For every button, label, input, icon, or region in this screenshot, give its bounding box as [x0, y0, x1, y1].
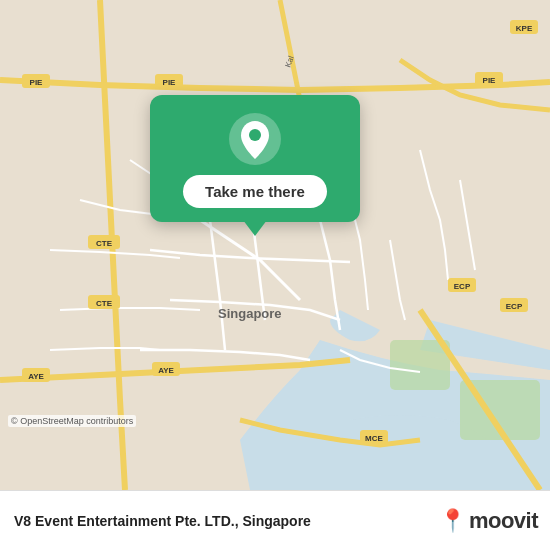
osm-credit: © OpenStreetMap contributors: [8, 415, 136, 427]
svg-text:MCE: MCE: [365, 434, 383, 443]
take-me-there-button[interactable]: Take me there: [183, 175, 327, 208]
place-title: V8 Event Entertainment Pte. LTD., Singap…: [14, 513, 439, 529]
svg-text:AYE: AYE: [158, 366, 174, 375]
svg-text:PIE: PIE: [483, 76, 497, 85]
svg-text:PIE: PIE: [30, 78, 44, 87]
moovit-logo: 📍 moovit: [439, 508, 538, 534]
svg-text:AYE: AYE: [28, 372, 44, 381]
svg-rect-1: [390, 340, 450, 390]
moovit-pin-icon: 📍: [439, 508, 466, 534]
map-container: CTE PIE PIE PIE KPE ECP ECP AYE AYE MCE …: [0, 0, 550, 490]
svg-text:ECP: ECP: [454, 282, 471, 291]
svg-text:ECP: ECP: [506, 302, 523, 311]
svg-text:CTE: CTE: [96, 299, 113, 308]
moovit-logo-text: moovit: [469, 508, 538, 534]
svg-text:PIE: PIE: [163, 78, 177, 87]
location-pin-icon: [229, 113, 281, 165]
place-info: V8 Event Entertainment Pte. LTD., Singap…: [14, 513, 439, 529]
location-popup[interactable]: Take me there: [150, 95, 360, 222]
bottom-bar: V8 Event Entertainment Pte. LTD., Singap…: [0, 490, 550, 550]
svg-text:CTE: CTE: [96, 239, 113, 248]
svg-text:Singapore: Singapore: [218, 306, 282, 321]
svg-point-28: [249, 129, 261, 141]
svg-text:KPE: KPE: [516, 24, 533, 33]
